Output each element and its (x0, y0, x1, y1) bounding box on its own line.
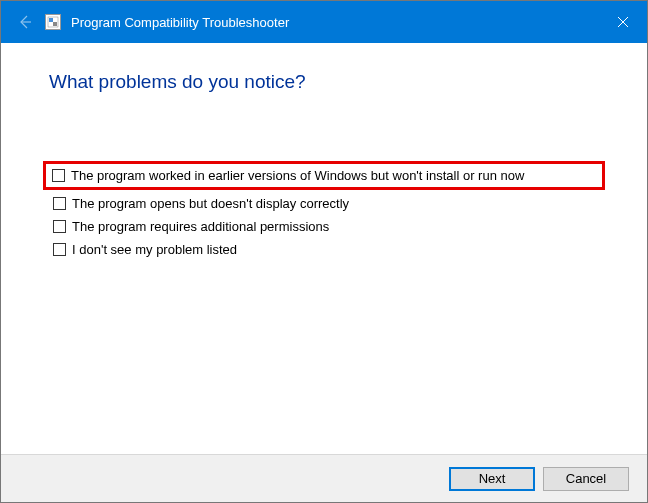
cancel-button[interactable]: Cancel (543, 467, 629, 491)
next-button[interactable]: Next (449, 467, 535, 491)
troubleshooter-window: Program Compatibility Troubleshooter Wha… (0, 0, 648, 503)
back-arrow-icon[interactable] (15, 12, 35, 32)
option-not-listed[interactable]: I don't see my problem listed (49, 240, 599, 259)
option-label[interactable]: The program opens but doesn't display co… (72, 196, 349, 211)
options-list: The program worked in earlier versions o… (49, 165, 599, 259)
svg-rect-3 (53, 22, 57, 26)
close-icon (617, 16, 629, 28)
titlebar-left: Program Compatibility Troubleshooter (15, 12, 289, 32)
checkbox[interactable] (53, 220, 66, 233)
option-display-incorrectly[interactable]: The program opens but doesn't display co… (49, 194, 599, 213)
option-label[interactable]: The program requires additional permissi… (72, 219, 329, 234)
option-earlier-versions[interactable]: The program worked in earlier versions o… (43, 161, 605, 190)
checkbox[interactable] (53, 197, 66, 210)
troubleshooter-icon (45, 14, 61, 30)
titlebar: Program Compatibility Troubleshooter (1, 1, 647, 43)
option-label[interactable]: The program worked in earlier versions o… (71, 168, 524, 183)
close-button[interactable] (599, 1, 647, 43)
checkbox[interactable] (52, 169, 65, 182)
option-label[interactable]: I don't see my problem listed (72, 242, 237, 257)
content-area: What problems do you notice? The program… (1, 43, 647, 259)
window-title: Program Compatibility Troubleshooter (71, 15, 289, 30)
checkbox[interactable] (53, 243, 66, 256)
svg-rect-2 (49, 18, 53, 22)
footer-bar: Next Cancel (1, 454, 647, 502)
page-heading: What problems do you notice? (49, 71, 599, 93)
option-additional-permissions[interactable]: The program requires additional permissi… (49, 217, 599, 236)
